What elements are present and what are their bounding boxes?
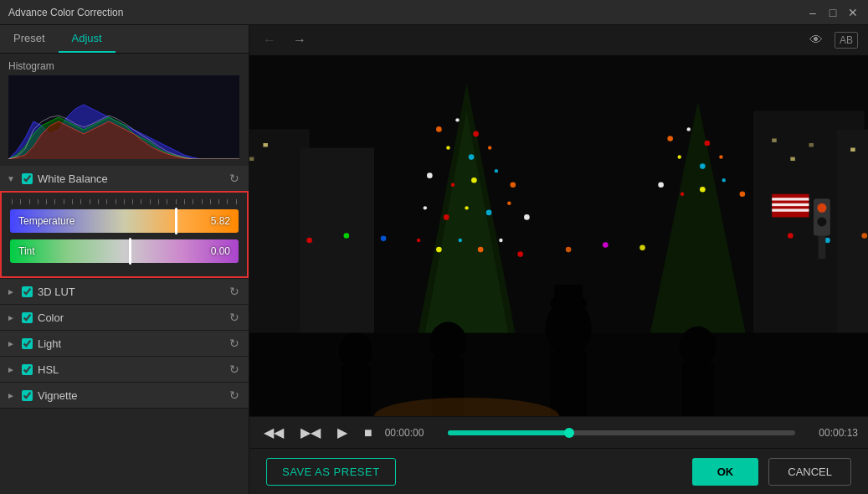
tick-mark <box>12 199 13 204</box>
accordion-3dlut-header[interactable]: ► 3D LUT ↻ <box>0 279 249 304</box>
tick-mark <box>158 199 159 204</box>
svg-point-56 <box>788 233 794 239</box>
accordion-light: ► Light ↻ <box>0 331 249 357</box>
svg-rect-11 <box>809 143 814 147</box>
svg-point-31 <box>524 214 530 220</box>
tab-adjust[interactable]: Adjust <box>59 25 116 53</box>
play-button[interactable]: ▶ <box>333 423 352 442</box>
svg-point-41 <box>705 141 711 147</box>
svg-point-46 <box>681 193 684 196</box>
close-button[interactable]: ✕ <box>846 6 860 19</box>
undo-button[interactable]: ← <box>259 31 280 49</box>
white-balance-checkbox[interactable] <box>22 173 33 184</box>
app-title: Advance Color Correction <box>8 7 123 18</box>
svg-rect-12 <box>850 148 855 152</box>
minimize-button[interactable]: – <box>806 6 819 19</box>
tick-mark <box>193 199 193 204</box>
temperature-slider[interactable]: Temperature 5.82 <box>10 209 239 233</box>
maximize-button[interactable]: □ <box>826 6 840 19</box>
svg-rect-9 <box>772 138 777 142</box>
tint-value: 0.00 <box>211 245 230 257</box>
svg-point-22 <box>451 183 455 187</box>
color-reset-button[interactable]: ↻ <box>227 311 242 324</box>
svg-point-15 <box>436 126 442 132</box>
accordion-color-header[interactable]: ► Color ↻ <box>0 305 249 330</box>
svg-point-51 <box>344 233 350 239</box>
tick-mark <box>29 199 30 204</box>
light-reset-button[interactable]: ↻ <box>227 337 242 350</box>
stop-button[interactable]: ■ <box>360 424 377 442</box>
vignette-reset-button[interactable]: ↻ <box>227 389 242 402</box>
3dlut-checkbox[interactable] <box>22 286 33 297</box>
temperature-value: 5.82 <box>211 215 230 227</box>
svg-point-36 <box>499 239 502 242</box>
tick-mark <box>176 199 177 204</box>
step-back-button[interactable]: ▶◀ <box>296 423 325 442</box>
accordion-vignette: ► Vignette ↻ <box>0 383 249 409</box>
svg-point-33 <box>436 247 442 253</box>
white-balance-header[interactable]: ▼ White Balance ↻ <box>0 166 249 191</box>
hsl-title: HSL <box>38 363 222 376</box>
cancel-button[interactable]: CANCEL <box>768 458 851 486</box>
hsl-checkbox[interactable] <box>22 364 33 375</box>
tint-thumb[interactable] <box>129 238 131 265</box>
tick-mark <box>64 199 64 204</box>
svg-point-32 <box>417 239 420 242</box>
progress-thumb[interactable] <box>564 428 574 438</box>
chevron-right-icon: ► <box>7 339 17 348</box>
tint-slider-row[interactable]: Tint 0.00 <box>10 239 239 263</box>
temperature-thumb[interactable] <box>175 208 177 234</box>
left-panel: Preset Adjust Histogram <box>0 25 249 494</box>
accordion-light-header[interactable]: ► Light ↻ <box>0 331 249 356</box>
svg-point-27 <box>444 214 449 220</box>
redo-button[interactable]: → <box>290 31 310 49</box>
svg-point-39 <box>667 136 673 142</box>
hsl-reset-button[interactable]: ↻ <box>227 363 242 376</box>
temperature-label: Temperature <box>18 215 74 227</box>
preview-button[interactable]: 👁 <box>806 31 826 49</box>
white-balance-section: ▼ White Balance ↻ <box>0 166 249 279</box>
ab-compare-button[interactable]: AB <box>835 32 858 49</box>
svg-point-54 <box>603 242 609 248</box>
skip-back-button[interactable]: ◀◀ <box>259 423 288 442</box>
ok-button[interactable]: OK <box>692 458 759 486</box>
svg-point-47 <box>700 187 706 193</box>
3dlut-reset-button[interactable]: ↻ <box>227 285 242 298</box>
tick-mark <box>72 199 73 204</box>
tick-mark <box>150 199 151 204</box>
time-current: 00:00:00 <box>385 427 439 439</box>
svg-rect-10 <box>790 157 795 161</box>
tick-mark <box>116 199 116 204</box>
save-preset-button[interactable]: SAVE AS PRESET <box>266 458 396 486</box>
svg-point-17 <box>473 131 479 137</box>
svg-rect-63 <box>555 285 583 305</box>
svg-point-68 <box>339 333 372 370</box>
svg-rect-78 <box>772 208 809 211</box>
svg-point-58 <box>861 233 867 239</box>
tab-preset[interactable]: Preset <box>0 25 59 53</box>
accordion-vignette-header[interactable]: ► Vignette ↻ <box>0 383 249 408</box>
temperature-slider-row[interactable]: Temperature 5.82 <box>10 209 239 233</box>
svg-point-28 <box>465 206 468 209</box>
accordion-3dlut: ► 3D LUT ↻ <box>0 279 249 305</box>
progress-bar[interactable] <box>448 430 795 435</box>
color-checkbox[interactable] <box>22 312 33 323</box>
progress-fill <box>448 430 569 435</box>
color-title: Color <box>38 311 222 324</box>
white-balance-title: White Balance <box>38 172 222 185</box>
tick-mark <box>54 199 55 204</box>
svg-point-53 <box>566 247 572 253</box>
tint-slider[interactable]: Tint 0.00 <box>10 239 239 263</box>
accordion-color: ► Color ↻ <box>0 305 249 331</box>
svg-point-43 <box>700 163 706 169</box>
white-balance-reset-button[interactable]: ↻ <box>227 172 242 185</box>
svg-point-18 <box>446 146 449 149</box>
video-scene <box>249 55 868 416</box>
accordion-hsl-header[interactable]: ► HSL ↻ <box>0 357 249 382</box>
light-checkbox[interactable] <box>22 338 33 349</box>
tick-mark <box>46 199 47 204</box>
svg-rect-8 <box>263 143 268 147</box>
3dlut-title: 3D LUT <box>38 286 222 298</box>
svg-point-25 <box>510 182 516 188</box>
vignette-checkbox[interactable] <box>22 390 33 401</box>
